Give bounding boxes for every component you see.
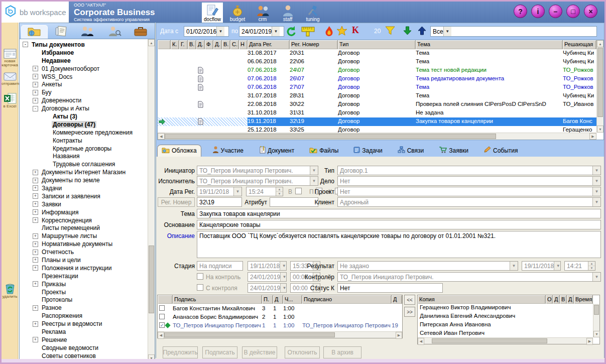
tree-item[interactable]: Распоряжения xyxy=(20,312,155,320)
scroll-down-icon[interactable]: ▼ xyxy=(593,331,600,337)
tree-item[interactable]: + Записки и заявления xyxy=(20,192,155,200)
tree-item[interactable]: Акты (3) xyxy=(20,112,155,120)
reject-button[interactable]: Отклонить xyxy=(285,346,320,358)
reg-number-button[interactable]: Рег. Номер xyxy=(158,197,195,207)
tab-document[interactable]: Документ xyxy=(255,145,298,157)
reg-number-value[interactable]: 32\19 xyxy=(197,197,242,207)
delete-button[interactable]: удалить xyxy=(2,283,18,299)
module-docflow[interactable]: docflow xyxy=(202,3,223,23)
module-staff[interactable]: staff xyxy=(277,3,298,23)
doc-row[interactable]: 07.06.2018 26\07 Договор Тема редактиров… xyxy=(158,75,596,83)
tree-item[interactable]: + WSS_Docs xyxy=(20,73,155,81)
tree-expander-icon[interactable]: + xyxy=(33,281,38,287)
signature-checkbox[interactable]: ✓ xyxy=(159,305,165,311)
basis-input[interactable]: Канцелярские товары xyxy=(197,220,601,229)
on-control-date-input[interactable]: 24/01/2019▼ xyxy=(248,272,287,282)
signatures-hscrollbar[interactable]: ◀ ▶ xyxy=(158,331,402,338)
tree-item[interactable]: + Решение xyxy=(20,336,155,344)
doc-row[interactable]: 22.08.2018 30\22 Договор Проверка полей … xyxy=(158,100,596,109)
tree-item[interactable]: + Планы и цели xyxy=(20,256,155,264)
scroll-left-icon[interactable]: ◀ xyxy=(158,133,165,140)
tree-item[interactable]: Презентации xyxy=(20,272,155,280)
tab-participation[interactable]: Участие xyxy=(208,145,248,157)
tree-item[interactable]: Проекты xyxy=(20,288,155,296)
column-header[interactable]: Д. xyxy=(213,40,222,49)
dropdown-arrow-icon[interactable]: ▼ xyxy=(592,177,600,185)
stage-date-input[interactable]: 19/11/2018▼ xyxy=(248,261,287,271)
doc-list-vscrollbar[interactable]: ▲ ▼ xyxy=(596,40,603,133)
dropdown-arrow-icon[interactable]: ▼ xyxy=(554,262,561,270)
column-header[interactable] xyxy=(158,40,171,49)
module-budget[interactable]: budget xyxy=(227,3,248,23)
tree-expander-icon[interactable]: - xyxy=(23,42,28,47)
theme-input[interactable]: Закупка товаров канцелярии xyxy=(197,209,601,218)
off-control-date-input[interactable]: 24/01/2019▼ xyxy=(248,283,287,293)
result-select[interactable]: Не задано▼ xyxy=(337,261,518,271)
tree-item[interactable]: Реклама xyxy=(20,328,155,336)
result-time-input[interactable]: 14:21▲▼ xyxy=(564,261,595,271)
copies-vscrollbar[interactable]: ▼ xyxy=(593,304,599,337)
tree-item[interactable]: - Договоры и Акты xyxy=(20,104,155,112)
module-tuning[interactable]: tuning xyxy=(302,3,323,23)
column-header[interactable]: Тема xyxy=(416,40,563,49)
tree-item[interactable]: + Документы по земле xyxy=(20,176,155,184)
date-from-input[interactable]: 01/02/2016 ▼ xyxy=(184,26,229,37)
tree-expander-icon[interactable]: + xyxy=(33,257,38,263)
tree-item[interactable]: + 01 Документооборот xyxy=(20,65,155,73)
scrollbar-thumb[interactable] xyxy=(597,48,603,117)
dropdown-arrow-icon[interactable]: ▼ xyxy=(216,27,224,36)
minimize-button[interactable]: – xyxy=(549,5,562,18)
scrollbar-thumb[interactable] xyxy=(164,332,335,337)
scroll-left-icon[interactable]: ◀ xyxy=(418,338,424,345)
column-header[interactable]: Ч... xyxy=(283,295,302,304)
star-icon[interactable] xyxy=(336,26,347,38)
tab-files[interactable]: Файлы xyxy=(305,145,342,157)
signature-row[interactable]: ✓ Багов Константин Михайлович 3 1 1:00 xyxy=(158,304,402,312)
tree-expander-icon[interactable]: + xyxy=(33,98,38,103)
dropdown-arrow-icon[interactable]: ▼ xyxy=(443,27,451,36)
doc-row[interactable]: 31.10.2018 31\31 Договор Не задана xyxy=(158,109,596,117)
tree-item[interactable]: + Маршрутные листы xyxy=(20,232,155,240)
tab-tasks[interactable]: Задачи xyxy=(349,145,386,157)
on-control-checkbox[interactable] xyxy=(197,273,203,280)
signature-row[interactable]: ✓ ТО_Петров Инициатор Петрович 1 1 1:00 … xyxy=(158,321,402,329)
copy-recipient[interactable]: Данилинка Евгений Александрович xyxy=(418,312,593,321)
tree-item[interactable]: Названия xyxy=(20,152,155,160)
tree-item[interactable]: Сводные ведомости xyxy=(20,344,155,352)
tree-expander-icon[interactable]: + xyxy=(33,178,38,183)
ruler-icon[interactable] xyxy=(301,26,315,39)
tree-item[interactable]: Протоколы xyxy=(20,296,155,304)
tree-item[interactable]: + Информация xyxy=(20,208,155,216)
copy-recipient[interactable]: Питерская Анна Ивановна xyxy=(418,321,593,329)
doc-row[interactable]: 07.06.2018 27\07 Договор Тема ТО_Рожков xyxy=(158,83,596,92)
dropdown-arrow-icon[interactable]: ▼ xyxy=(280,284,287,292)
time-spinner[interactable]: ▲▼ xyxy=(276,187,283,196)
doc-row[interactable]: 06.06.2018 22\06 Договор Тема Чубинец Ки xyxy=(158,58,596,66)
move-right-button[interactable]: >> xyxy=(404,307,415,317)
doc-row[interactable]: 31.08.2017 20\31 Договор Тема Чубинец Ки xyxy=(158,49,596,58)
column-header[interactable] xyxy=(158,295,173,304)
tree-expander-icon[interactable]: + xyxy=(33,66,38,71)
tree-item[interactable]: + Приказы xyxy=(20,280,155,288)
tree-item[interactable]: + Положения и инструкции xyxy=(20,264,155,272)
scroll-down-icon[interactable]: ▼ xyxy=(597,126,603,133)
close-button[interactable]: × xyxy=(584,5,597,18)
tree-item[interactable]: + Анкеты xyxy=(20,80,155,88)
tree-item[interactable]: Недавнее xyxy=(20,57,155,65)
info-button[interactable]: i xyxy=(531,5,545,18)
column-header[interactable]: Д xyxy=(273,295,283,304)
column-header[interactable]: Д xyxy=(553,295,560,304)
doc-list-hscrollbar[interactable]: ◀ ▶ xyxy=(158,133,596,140)
dropdown-arrow-icon[interactable]: ▼ xyxy=(592,187,600,196)
dropdown-arrow-icon[interactable]: ▼ xyxy=(272,27,280,36)
move-left-button[interactable]: << xyxy=(404,295,415,305)
type-select[interactable]: Договор.1▼ xyxy=(337,166,601,175)
column-header[interactable]: О xyxy=(546,295,553,304)
column-header[interactable]: Дата Рег. xyxy=(248,40,290,49)
sidebar-tab-folders[interactable] xyxy=(21,25,48,39)
column-header[interactable]: Подпись xyxy=(173,295,262,304)
tree-item[interactable]: + Заявки xyxy=(20,200,155,208)
tree-expander-icon[interactable]: + xyxy=(33,201,38,207)
activate-button[interactable]: В действие xyxy=(242,346,277,358)
dropdown-arrow-icon[interactable]: ▼ xyxy=(280,262,287,270)
